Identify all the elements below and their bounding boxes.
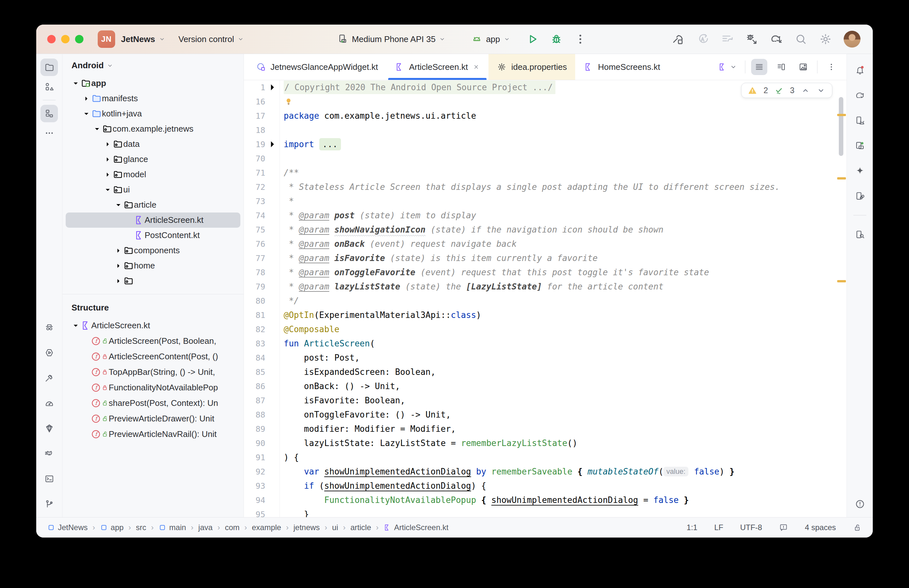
tree-item-home[interactable]: home <box>66 258 241 273</box>
line-number[interactable]: 93 <box>244 481 265 491</box>
code-line[interactable]: 18 <box>244 123 846 137</box>
warning-marker[interactable] <box>837 114 846 116</box>
terminal-tool-button[interactable] <box>40 470 58 488</box>
split-view-button[interactable] <box>773 59 789 75</box>
line-number[interactable]: 88 <box>244 410 265 420</box>
line-number[interactable]: 72 <box>244 183 265 192</box>
line-number[interactable]: 79 <box>244 282 265 291</box>
tree-chevron-right-icon[interactable] <box>113 262 123 270</box>
more-vertical-button[interactable] <box>574 33 587 45</box>
project-widget[interactable]: JetNews <box>121 34 166 44</box>
line-number[interactable]: 18 <box>244 126 265 135</box>
code-line[interactable]: 77 * @param isFavorite (state) is this i… <box>244 251 846 265</box>
line-number[interactable]: 95 <box>244 510 265 517</box>
tab-idea.properties[interactable]: idea.properties <box>488 54 575 80</box>
user-avatar[interactable] <box>844 31 861 48</box>
debug-attach-button[interactable] <box>745 33 758 45</box>
device-manager-tool-button[interactable] <box>851 111 869 129</box>
warning-marker[interactable] <box>837 280 846 283</box>
line-number[interactable]: 89 <box>244 424 265 434</box>
hexagon-play-tool-button[interactable] <box>40 344 58 361</box>
line-number[interactable]: 74 <box>244 211 265 220</box>
tree-item-clipped[interactable] <box>66 273 241 289</box>
profiler-gauge-tool-button[interactable] <box>40 394 58 412</box>
tree-item-data[interactable]: data <box>66 136 241 152</box>
fold-chevron-icon[interactable] <box>265 80 280 94</box>
logcat-cat-tool-button[interactable] <box>40 445 58 462</box>
profiler-lines-button[interactable] <box>721 33 734 45</box>
device-explorer-tool-button[interactable] <box>851 226 869 243</box>
hidden-tabs-dropdown[interactable] <box>718 62 737 71</box>
project-folder-tool-button[interactable] <box>40 58 58 76</box>
vcs-branch-tool-button[interactable] <box>40 495 58 513</box>
zoom-window-button[interactable] <box>75 35 84 44</box>
run-config-selector[interactable]: app <box>471 33 510 45</box>
tab-ArticleScreen.kt[interactable]: ArticleScreen.kt <box>386 54 488 80</box>
tree-item-app[interactable]: app <box>66 76 241 91</box>
preview-image-button[interactable] <box>795 59 811 75</box>
code-line[interactable]: 80 */ <box>244 294 846 308</box>
breadcrumb-item-main[interactable]: main <box>158 523 186 532</box>
code-line[interactable]: 83fun ArticleScreen( <box>244 336 846 351</box>
balloon-icon[interactable] <box>779 523 788 532</box>
tree-item-com.example.jetnews[interactable]: com.example.jetnews <box>66 121 241 136</box>
project-view-selector[interactable]: Android <box>63 54 244 76</box>
device-selector[interactable]: Medium Phone API 35 <box>337 33 446 45</box>
structure-tool-tool-button[interactable] <box>40 105 58 122</box>
code-line[interactable]: 92 var showUnimplementedActionDialog by … <box>244 464 846 479</box>
tree-item-manifests[interactable]: manifests <box>66 91 241 106</box>
tree-item-kotlin+java[interactable]: kotlin+java <box>66 106 241 121</box>
more-vertical-button[interactable] <box>823 59 840 75</box>
tree-item-model[interactable]: model <box>66 167 241 182</box>
warning-marker[interactable] <box>837 177 846 179</box>
line-number[interactable]: 87 <box>244 396 265 405</box>
breadcrumb-item-ArticleScreen.kt[interactable]: ArticleScreen.kt <box>383 523 448 532</box>
minimize-window-button[interactable] <box>61 35 69 44</box>
code-line[interactable]: 71/** <box>244 166 846 180</box>
code-line[interactable]: 70 <box>244 151 846 166</box>
line-number[interactable]: 19 <box>244 140 265 149</box>
line-number[interactable]: 81 <box>244 310 265 320</box>
line-number[interactable]: 86 <box>244 382 265 391</box>
chevron-up-icon[interactable] <box>801 86 810 95</box>
debug-bug-button[interactable] <box>550 33 563 45</box>
code-line[interactable]: 90 lazyListState: LazyListState = rememb… <box>244 436 846 450</box>
quality-diamond-tool-button[interactable] <box>40 420 58 437</box>
code-line[interactable]: 79 * @param lazyListState (state) the [L… <box>244 279 846 294</box>
code-line[interactable]: 91) { <box>244 450 846 464</box>
line-number[interactable]: 90 <box>244 439 265 448</box>
tree-chevron-right-icon[interactable] <box>113 246 123 255</box>
resource-manager-tool-button[interactable] <box>40 78 58 95</box>
tree-item-glance[interactable]: glance <box>66 152 241 167</box>
line-number[interactable]: 16 <box>244 97 265 107</box>
breadcrumb-item-jetnews[interactable]: jetnews <box>294 523 320 532</box>
code-line[interactable]: 93 if (showUnimplementedActionDialog) { <box>244 479 846 493</box>
structure-item[interactable]: fFunctionalityNotAvailablePop <box>63 380 244 395</box>
code-line[interactable]: 72 * Stateless Article Screen that displ… <box>244 180 846 194</box>
device-mirror-tool-button[interactable] <box>851 187 869 205</box>
line-number[interactable]: 92 <box>244 467 265 477</box>
tree-item-components[interactable]: components <box>66 243 241 258</box>
line-number[interactable]: 77 <box>244 254 265 263</box>
line-number[interactable]: 76 <box>244 239 265 249</box>
app-inspection-tool-button[interactable] <box>40 318 58 336</box>
code-line[interactable]: 87 isFavorite: Boolean, <box>244 393 846 407</box>
list-view-button[interactable] <box>751 59 767 75</box>
editor-scrollbar[interactable] <box>839 97 843 156</box>
line-number[interactable]: 70 <box>244 154 265 163</box>
code-line[interactable]: 74 * @param post (state) item to display <box>244 208 846 223</box>
tree-chevron-down-icon[interactable] <box>92 125 102 133</box>
code-line[interactable]: 19import ... <box>244 137 846 151</box>
code-line[interactable]: 17package com.example.jetnews.ui.article <box>244 109 846 123</box>
line-number[interactable]: 80 <box>244 296 265 305</box>
indent-setting[interactable]: 4 spaces <box>805 523 836 532</box>
tree-item-article[interactable]: article <box>66 197 241 213</box>
code-line[interactable]: 95 } <box>244 507 846 517</box>
close-icon[interactable] <box>472 63 480 71</box>
line-separator[interactable]: LF <box>714 523 723 532</box>
chevron-down-icon[interactable] <box>71 321 81 330</box>
line-number[interactable]: 83 <box>244 339 265 348</box>
inspections-widget[interactable]: 2 3 <box>741 83 832 98</box>
tree-chevron-down-icon[interactable] <box>82 110 91 118</box>
problems-tool-button[interactable] <box>851 495 869 513</box>
